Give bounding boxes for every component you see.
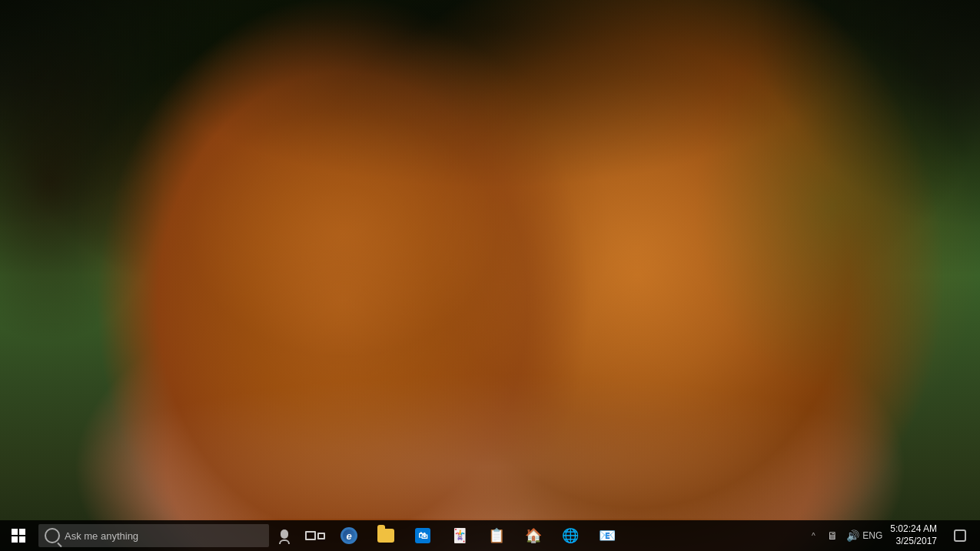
cortana-icon [45, 528, 60, 543]
windows-logo-icon [12, 529, 25, 543]
network-icon[interactable]: 🖥 [824, 527, 841, 544]
store-icon: 🛍 [415, 528, 430, 543]
taskbar-apps: 🛍 🃏 📋 🏠 🌐 📧 [331, 520, 799, 551]
task-view-icon [305, 531, 325, 540]
folder-icon [377, 529, 394, 543]
corner-tr [749, 0, 980, 231]
solitaire-icon: 🃏 [451, 527, 468, 544]
taskbar-app-8[interactable]: 📧 [589, 520, 626, 551]
search-placeholder-text: Ask me anything [65, 530, 138, 542]
notification-button[interactable] [946, 520, 974, 551]
network-status-icon: 🖥 [827, 529, 838, 542]
taskbar-app-explorer[interactable] [367, 520, 404, 551]
taskbar-app-store[interactable]: 🛍 [404, 520, 441, 551]
taskbar-app-5[interactable]: 📋 [478, 520, 515, 551]
taskbar-app-solitaire[interactable]: 🃏 [441, 520, 478, 551]
search-bar[interactable]: Ask me anything [38, 524, 269, 547]
chevron-up-icon: ^ [812, 532, 816, 540]
notification-icon [954, 529, 966, 542]
app7-icon: 🌐 [562, 527, 579, 544]
taskbar-app-edge[interactable] [331, 520, 367, 551]
app5-icon: 📋 [488, 527, 505, 544]
task-view-button[interactable] [300, 520, 331, 551]
microphone-button[interactable] [269, 520, 300, 551]
clock[interactable]: 5:02:24 AM 3/25/2017 [884, 520, 943, 551]
volume-icon[interactable]: 🔊 [844, 527, 861, 544]
microphone-icon [281, 529, 288, 542]
desktop: Ask me anything [0, 0, 980, 551]
app8-icon: 📧 [599, 527, 616, 544]
corner-tl [0, 0, 231, 231]
edge-icon [341, 527, 357, 544]
taskbar-app-7[interactable]: 🌐 [552, 520, 589, 551]
clock-time: 5:02:24 AM [890, 523, 937, 536]
volume-status-icon: 🔊 [846, 529, 859, 542]
taskbar-app-6[interactable]: 🏠 [515, 520, 552, 551]
taskbar: Ask me anything [0, 520, 980, 551]
clock-date: 3/25/2017 [896, 536, 937, 548]
app6-icon: 🏠 [525, 527, 542, 544]
start-button[interactable] [0, 520, 37, 551]
systray: ^ 🖥 🔊 ENG 5:02:24 AM 3/25/2017 [799, 520, 980, 551]
language-icon[interactable]: ENG [864, 527, 881, 544]
show-hidden-icons-button[interactable]: ^ [806, 520, 821, 551]
language-status-icon: ENG [862, 530, 882, 541]
